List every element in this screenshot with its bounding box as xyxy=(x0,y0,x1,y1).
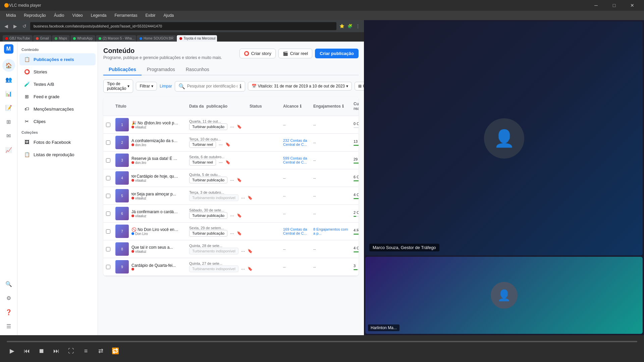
tab-programados[interactable]: Programados xyxy=(142,64,180,75)
tab-gmail[interactable]: Gmail xyxy=(33,35,51,42)
boost-button[interactable]: Turbinamento indisponível xyxy=(189,194,238,201)
nav-settings-icon[interactable]: ⚙ xyxy=(2,292,15,304)
table-row[interactable]: 4 🍽 Cardápio de hoje, quinta-fei... vila… xyxy=(103,169,359,187)
tipo-publicacao-filter[interactable]: Tipo de publicação ▾ xyxy=(103,79,133,93)
sidebar-item-publicacoes-reels[interactable]: 📋 Publicações e reels xyxy=(19,53,96,65)
boost-button[interactable]: Turbinar reel xyxy=(189,141,216,148)
prev-button[interactable]: ⏮ xyxy=(21,346,32,356)
search-box[interactable]: 🔍 ℹ xyxy=(175,81,245,92)
tab-sougov[interactable]: Home SOUGOV.BR xyxy=(137,35,176,42)
playlist-button[interactable]: ≡ xyxy=(80,346,91,356)
table-row[interactable]: 6 Já confirmaram o cardápio do @... vila… xyxy=(103,205,359,223)
menu-item-ajuda[interactable]: Ajuda xyxy=(160,12,177,19)
more-options-button[interactable]: ··· xyxy=(240,248,247,254)
row-checkbox[interactable] xyxy=(106,140,110,145)
more-options-button[interactable]: ··· xyxy=(229,123,235,130)
columns-button[interactable]: ⊞ Colunas xyxy=(355,82,364,90)
menu-item-media[interactable]: Mídia xyxy=(3,12,19,19)
nav-inbox-icon[interactable]: ✉ xyxy=(2,129,15,142)
limpar-button[interactable]: Limpar xyxy=(160,84,172,88)
boost-button[interactable]: Turbinar publicação xyxy=(189,123,227,130)
play-button[interactable]: ▶ xyxy=(7,346,17,356)
more-options-button[interactable]: ··· xyxy=(240,265,247,272)
shuffle-button[interactable]: ⇄ xyxy=(95,346,106,356)
date-filter[interactable]: 📅 Vitalício: 31 de mar de 2019 a 10 de o… xyxy=(248,82,352,90)
back-button[interactable]: ◀ xyxy=(3,23,10,29)
search-input[interactable] xyxy=(187,84,237,88)
nav-people-icon[interactable]: 👥 xyxy=(2,73,15,86)
sidebar-item-stories[interactable]: ⭕ Stories xyxy=(19,66,96,78)
menu-item-audio[interactable]: Áudio xyxy=(51,12,68,19)
table-row[interactable]: 2 A confraternização da sua empresa em..… xyxy=(103,134,359,152)
nav-grid-icon[interactable]: ⊞ xyxy=(2,115,15,128)
tab-maps[interactable]: Maps xyxy=(52,35,69,42)
tab-youtube[interactable]: GBJ YouTube xyxy=(3,35,33,42)
nav-menu-icon[interactable]: ☰ xyxy=(2,320,15,333)
forward-button[interactable]: ▶ xyxy=(12,23,19,29)
row-checkbox[interactable] xyxy=(106,194,110,198)
boost-button[interactable]: Turbinar publicação xyxy=(189,230,227,237)
menu-item-video[interactable]: Vídeo xyxy=(69,12,86,19)
row-checkbox[interactable] xyxy=(106,247,110,251)
tab-maroon5[interactable]: (2) Maroon 5 - Wha... xyxy=(96,35,136,42)
sidebar-item-fotos[interactable]: 🖼 Fotos do Facebook xyxy=(19,136,96,148)
nav-help-icon[interactable]: ❓ xyxy=(2,306,15,318)
row-checkbox[interactable] xyxy=(106,123,110,127)
close-button[interactable]: ✕ xyxy=(625,0,640,11)
row-checkbox[interactable] xyxy=(106,265,110,269)
more-options-button[interactable]: ··· xyxy=(240,194,247,201)
menu-item-ferramentas[interactable]: Ferramentas xyxy=(111,12,141,19)
table-row[interactable]: 9 Cardápio de Quarta-fei... Quinta, 27 d… xyxy=(103,258,359,276)
boost-button[interactable]: Turbinar publicação xyxy=(189,177,227,183)
nav-analytics-icon[interactable]: 📈 xyxy=(2,143,15,156)
sidebar-item-feed[interactable]: ⊞ Feed e grade xyxy=(19,90,96,103)
next-button[interactable]: ⏭ xyxy=(51,346,62,356)
table-row[interactable]: 1 🎉 No @don.liro você pode sol... vilaal… xyxy=(103,116,359,134)
row-checkbox[interactable] xyxy=(106,158,110,163)
boost-button[interactable]: Turbinamento indisponível xyxy=(189,248,238,254)
fullscreen-button[interactable]: ⛶ xyxy=(66,346,76,356)
loop-button[interactable]: 🔁 xyxy=(110,346,121,356)
criar-reel-button[interactable]: 🎬 Criar reel xyxy=(278,49,312,58)
menu-item-legenda[interactable]: Legenda xyxy=(88,12,110,19)
row-checkbox[interactable] xyxy=(106,212,110,216)
row-checkbox[interactable] xyxy=(106,176,110,180)
sidebar-item-mencoes[interactable]: 🏷 Menções/marcações xyxy=(19,103,96,115)
nav-chart-icon[interactable]: 📊 xyxy=(2,87,15,100)
table-row[interactable]: 7 🚫 No Don Liro você encontra ... Don Li… xyxy=(103,223,359,240)
more-options-button[interactable]: ··· xyxy=(229,230,235,237)
criar-publicacao-button[interactable]: Criar publicação xyxy=(315,49,359,58)
menu-item-reproducao[interactable]: Reprodução xyxy=(20,12,49,19)
nav-home-icon[interactable]: 🏠 xyxy=(2,59,15,72)
sidebar-item-clipes[interactable]: ✂ Clipes xyxy=(19,115,96,127)
table-row[interactable]: 5 🍽 Seja para almoçar p... vilaaluz Terç… xyxy=(103,187,359,205)
sidebar-item-testes-ab[interactable]: 🧪 Testes A/B xyxy=(19,78,96,90)
more-options-button[interactable]: ··· xyxy=(217,141,224,148)
extensions-icon[interactable]: 🧩 xyxy=(346,23,353,29)
tab-toyota[interactable]: Toyota é na Mercosul xyxy=(177,35,217,42)
filtrar-select[interactable]: Filtrar ▾ xyxy=(136,82,157,90)
sidebar-item-listas[interactable]: 📋 Listas de reprodução xyxy=(19,148,96,161)
more-options-button[interactable]: ··· xyxy=(229,177,235,183)
bookmark-icon[interactable]: ⭐ xyxy=(338,23,345,29)
tab-publicacoes[interactable]: Publicações xyxy=(103,64,142,75)
menu-item-exibir[interactable]: Exibir xyxy=(142,12,159,19)
boost-button[interactable]: Turbinar reel xyxy=(189,159,216,166)
url-bar[interactable] xyxy=(30,22,336,30)
more-options-button[interactable]: ··· xyxy=(229,212,235,219)
nav-content-icon[interactable]: 📝 xyxy=(2,101,15,114)
refresh-button[interactable]: ↺ xyxy=(21,23,28,29)
maximize-button[interactable]: □ xyxy=(606,0,622,11)
row-checkbox[interactable] xyxy=(106,229,110,234)
nav-search-icon[interactable]: 🔍 xyxy=(2,278,15,290)
menu-icon[interactable]: ⋮ xyxy=(355,23,361,29)
minimize-button[interactable]: ─ xyxy=(588,0,604,11)
progress-bar[interactable] xyxy=(7,341,637,342)
boost-button[interactable]: Turbinamento indisponível xyxy=(189,265,238,272)
table-row[interactable]: 3 Reserve já sua data! É só chamar pelo … xyxy=(103,152,359,169)
more-options-button[interactable]: ··· xyxy=(217,159,224,166)
tab-whatsapp[interactable]: WhatsApp xyxy=(70,35,95,42)
stop-button[interactable]: ⏹ xyxy=(36,346,47,356)
criar-story-button[interactable]: ⭕ Criar story xyxy=(239,49,276,58)
table-row[interactable]: 8 Que tal ir com seus a... vilaaluz Quin… xyxy=(103,240,359,258)
